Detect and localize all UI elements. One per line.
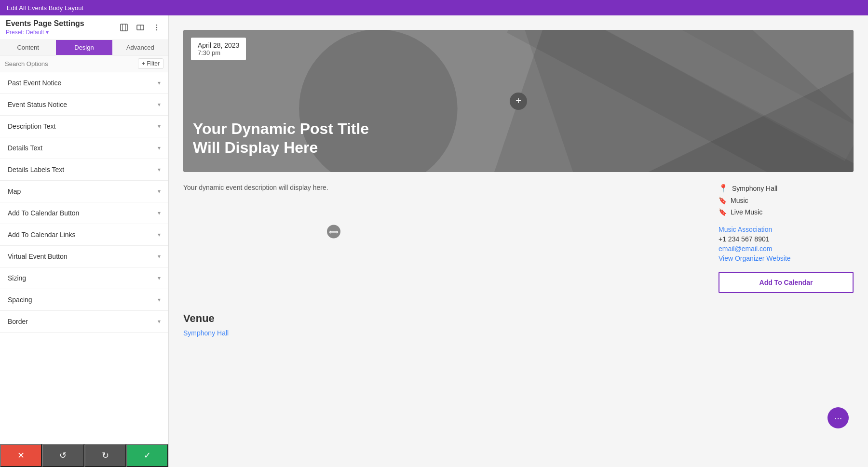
save-button[interactable]: ✓ xyxy=(126,444,168,467)
chevron-down-icon: ▾ xyxy=(158,253,161,260)
right-panel: April 28, 2023 7:30 pm Your Dynamic Post… xyxy=(169,15,868,467)
panel-icon-expand[interactable] xyxy=(118,22,130,33)
undo-button[interactable]: ↺ xyxy=(42,444,84,467)
organizer-email-link[interactable]: email@email.com xyxy=(719,245,854,253)
svg-point-2 xyxy=(156,25,157,26)
main-layout: Events Page Settings Preset: Default ▾ xyxy=(0,15,868,467)
hero-title: Your Dynamic Post Title Will Display Her… xyxy=(193,120,386,157)
resize-arrows-icon: ⟺ xyxy=(329,228,339,236)
accordion-sizing[interactable]: Sizing ▾ xyxy=(0,267,168,289)
add-to-calendar-button[interactable]: Add To Calendar xyxy=(719,272,854,293)
add-content-button[interactable]: + xyxy=(510,93,527,110)
svg-point-4 xyxy=(156,29,157,30)
left-panel: Events Page Settings Preset: Default ▾ xyxy=(0,15,169,467)
category-music: Music xyxy=(731,197,748,204)
chevron-down-icon: ▾ xyxy=(158,296,161,303)
chevron-down-icon: ▾ xyxy=(158,188,161,195)
panel-icon-columns[interactable] xyxy=(135,22,146,33)
organizer-info: Music Association +1 234 567 8901 email@… xyxy=(719,226,854,262)
accordion-spacing[interactable]: Spacing ▾ xyxy=(0,289,168,311)
venue-name-link[interactable]: Symphony Hall xyxy=(183,329,229,337)
panel-title: Events Page Settings xyxy=(6,19,84,28)
accordion-past-event-notice[interactable]: Past Event Notice ▾ xyxy=(0,72,168,94)
tab-content[interactable]: Content xyxy=(0,40,56,55)
venue-section: Venue Symphony Hall xyxy=(183,312,854,337)
accordion-event-status-notice[interactable]: Event Status Notice ▾ xyxy=(0,94,168,116)
event-sidebar: 📍 Symphony Hall 🔖 Music 🔖 Live Music Mus… xyxy=(719,184,854,293)
chevron-down-icon: ▾ xyxy=(158,318,161,325)
category-live-music: Live Music xyxy=(731,208,762,216)
accordion-border[interactable]: Border ▾ xyxy=(0,311,168,333)
accordion-virtual-event-button[interactable]: Virtual Event Button ▾ xyxy=(0,246,168,267)
panel-header-row: Events Page Settings Preset: Default ▾ xyxy=(0,15,168,40)
accordion-map[interactable]: Map ▾ xyxy=(0,181,168,202)
hero-banner: April 28, 2023 7:30 pm Your Dynamic Post… xyxy=(183,30,854,172)
accordion-list: Past Event Notice ▾ Event Status Notice … xyxy=(0,72,168,444)
panel-icon-more[interactable] xyxy=(151,22,163,33)
filter-button[interactable]: + Filter xyxy=(138,58,163,69)
cancel-button[interactable]: ✕ xyxy=(0,444,42,467)
organizer-name-link[interactable]: Music Association xyxy=(719,226,854,233)
venue-meta-item: 📍 Symphony Hall xyxy=(719,184,854,193)
venue-name: Symphony Hall xyxy=(732,185,777,192)
search-bar: + Filter xyxy=(0,55,168,72)
event-time: 7:30 pm xyxy=(198,49,239,56)
svg-rect-0 xyxy=(121,24,127,31)
panel-preset[interactable]: Preset: Default ▾ xyxy=(6,29,84,36)
chevron-down-icon: ▾ xyxy=(158,275,161,281)
bottom-toolbar: ✕ ↺ ↻ ✓ xyxy=(0,444,168,467)
search-input[interactable] xyxy=(5,60,138,67)
chevron-down-icon: ▾ xyxy=(158,166,161,173)
accordion-add-to-calendar-links[interactable]: Add To Calendar Links ▾ xyxy=(0,224,168,246)
event-description: Your dynamic event description will disp… xyxy=(183,184,699,293)
accordion-description-text[interactable]: Description Text ▾ xyxy=(0,116,168,137)
accordion-add-to-calendar-button[interactable]: Add To Calendar Button ▾ xyxy=(0,202,168,224)
chevron-down-icon: ▾ xyxy=(158,123,161,130)
accordion-details-text[interactable]: Details Text ▾ xyxy=(0,137,168,159)
tab-advanced[interactable]: Advanced xyxy=(112,40,168,55)
accordion-details-labels-text[interactable]: Details Labels Text ▾ xyxy=(0,159,168,181)
top-bar: Edit All Events Body Layout xyxy=(0,0,868,15)
svg-point-3 xyxy=(156,27,157,28)
event-meta: 📍 Symphony Hall 🔖 Music 🔖 Live Music xyxy=(719,184,854,216)
venue-section-title: Venue xyxy=(183,312,854,325)
chevron-down-icon: ▾ xyxy=(158,231,161,238)
category-icon: 🔖 xyxy=(719,197,727,204)
organizer-phone: +1 234 567 8901 xyxy=(719,235,854,243)
category-icon-2: 🔖 xyxy=(719,208,727,216)
category-live-music-item: 🔖 Live Music xyxy=(719,208,854,216)
event-date: April 28, 2023 xyxy=(198,41,239,49)
tab-design[interactable]: Design xyxy=(56,40,112,55)
chevron-down-icon: ▾ xyxy=(158,101,161,108)
more-options-button[interactable]: ··· xyxy=(827,407,849,428)
panel-icons xyxy=(118,22,163,33)
top-bar-title: Edit All Events Body Layout xyxy=(7,4,83,12)
location-icon: 📍 xyxy=(719,184,728,193)
event-content: Your dynamic event description will disp… xyxy=(183,184,854,293)
chevron-down-icon: ▾ xyxy=(158,80,161,86)
chevron-down-icon: ▾ xyxy=(158,145,161,151)
organizer-website-link[interactable]: View Organizer Website xyxy=(719,254,854,262)
panel-header-info: Events Page Settings Preset: Default ▾ xyxy=(6,19,84,36)
date-badge: April 28, 2023 7:30 pm xyxy=(191,38,246,60)
panel-tabs: Content Design Advanced xyxy=(0,40,168,55)
chevron-down-icon: ▾ xyxy=(158,210,161,216)
redo-button[interactable]: ↻ xyxy=(84,444,126,467)
category-music-item: 🔖 Music xyxy=(719,197,854,204)
